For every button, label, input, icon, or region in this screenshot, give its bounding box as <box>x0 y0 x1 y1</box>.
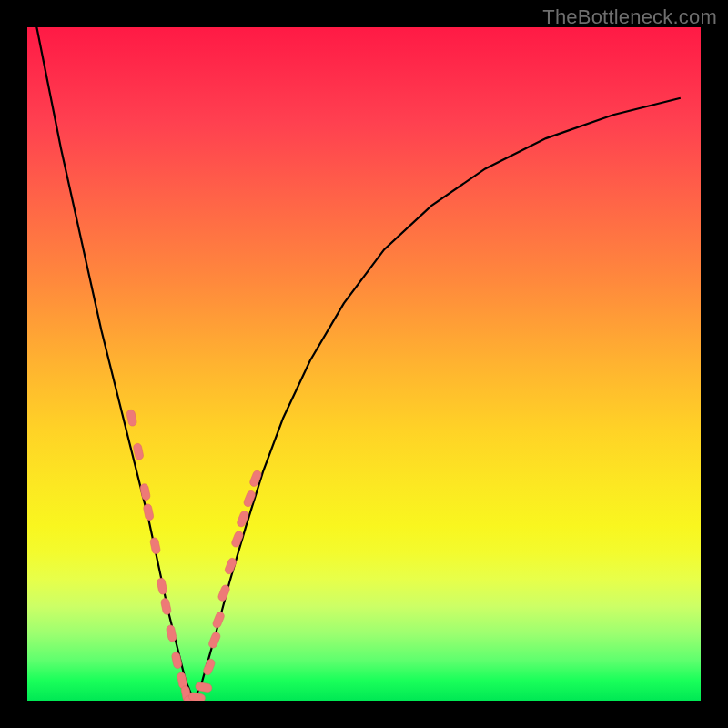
svg-rect-3 <box>143 503 155 521</box>
curve-path <box>34 27 680 701</box>
svg-rect-17 <box>217 584 231 602</box>
svg-rect-2 <box>139 483 151 500</box>
svg-rect-8 <box>171 652 183 669</box>
bead <box>224 557 238 575</box>
bead <box>202 658 216 676</box>
plot-area <box>27 27 701 701</box>
bead <box>139 483 151 500</box>
svg-rect-5 <box>157 577 168 594</box>
bead <box>188 692 206 701</box>
svg-rect-7 <box>166 624 177 642</box>
svg-rect-15 <box>207 631 221 649</box>
svg-rect-1 <box>133 442 145 460</box>
bead <box>149 537 161 554</box>
bead <box>126 409 137 426</box>
svg-rect-4 <box>149 537 161 554</box>
svg-rect-0 <box>126 409 137 426</box>
chart-svg <box>27 27 701 701</box>
watermark-text: TheBottleneck.com <box>542 5 717 29</box>
bead <box>217 584 231 602</box>
bead <box>207 631 221 649</box>
bead <box>133 442 145 460</box>
svg-rect-6 <box>160 598 172 615</box>
svg-rect-16 <box>212 611 226 629</box>
bead <box>171 652 183 669</box>
bead <box>212 611 226 629</box>
chart-frame: TheBottleneck.com <box>0 0 728 728</box>
bead <box>160 598 172 615</box>
svg-rect-12 <box>188 692 206 701</box>
bead <box>157 577 168 594</box>
svg-rect-18 <box>224 557 238 575</box>
bead-group <box>126 409 262 701</box>
bead <box>166 624 177 642</box>
bead <box>143 503 155 521</box>
svg-rect-14 <box>202 658 216 676</box>
